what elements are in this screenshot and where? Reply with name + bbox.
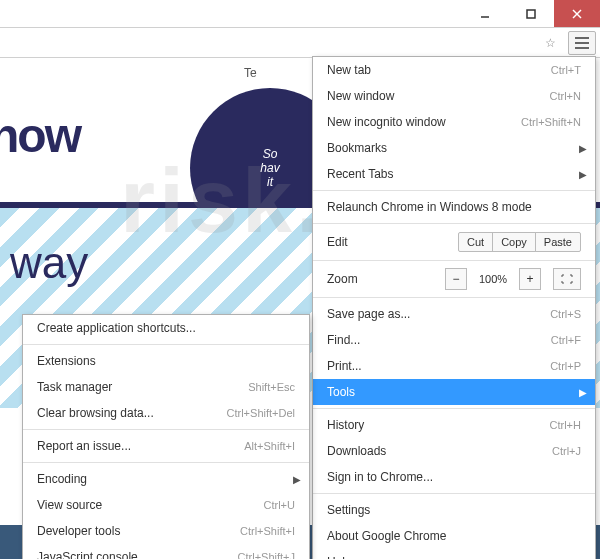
zoom-value: 100% — [473, 273, 513, 285]
menu-incognito[interactable]: New incognito windowCtrl+Shift+N — [313, 109, 595, 135]
submenu-devtools[interactable]: Developer toolsCtrl+Shift+I — [23, 518, 309, 544]
headline-text: way — [10, 238, 88, 288]
window-titlebar — [0, 0, 600, 28]
submenu-view-source[interactable]: View sourceCtrl+U — [23, 492, 309, 518]
paste-button[interactable]: Paste — [535, 232, 581, 252]
menu-separator — [313, 260, 595, 261]
menu-separator — [23, 344, 309, 345]
copy-button[interactable]: Copy — [492, 232, 536, 252]
svg-rect-1 — [527, 10, 535, 18]
menu-separator — [23, 462, 309, 463]
zoom-out-button[interactable]: − — [445, 268, 467, 290]
menu-separator — [23, 429, 309, 430]
menu-separator — [313, 297, 595, 298]
text-fragment: Te — [244, 66, 257, 80]
menu-settings[interactable]: Settings — [313, 497, 595, 523]
menu-new-tab[interactable]: New tabCtrl+T — [313, 57, 595, 83]
chevron-right-icon: ▶ — [579, 387, 587, 398]
submenu-task-manager[interactable]: Task managerShift+Esc — [23, 374, 309, 400]
chevron-right-icon: ▶ — [579, 143, 587, 154]
minimize-button[interactable] — [462, 0, 508, 27]
menu-separator — [313, 190, 595, 191]
logo-text: now — [0, 108, 80, 163]
tools-submenu: Create application shortcuts... Extensio… — [22, 314, 310, 559]
submenu-report-issue[interactable]: Report an issue...Alt+Shift+I — [23, 433, 309, 459]
menu-separator — [313, 408, 595, 409]
menu-new-window[interactable]: New windowCtrl+N — [313, 83, 595, 109]
bookmark-star-icon[interactable]: ☆ — [538, 31, 562, 55]
submenu-console[interactable]: JavaScript consoleCtrl+Shift+J — [23, 544, 309, 559]
zoom-in-button[interactable]: + — [519, 268, 541, 290]
menu-help[interactable]: Help — [313, 549, 595, 559]
submenu-clear-data[interactable]: Clear browsing data...Ctrl+Shift+Del — [23, 400, 309, 426]
chrome-main-menu: New tabCtrl+T New windowCtrl+N New incog… — [312, 56, 596, 559]
submenu-encoding[interactable]: Encoding▶ — [23, 466, 309, 492]
menu-zoom-row: Zoom − 100% + — [313, 264, 595, 294]
menu-recent-tabs[interactable]: Recent Tabs▶ — [313, 161, 595, 187]
submenu-create-shortcuts[interactable]: Create application shortcuts... — [23, 315, 309, 341]
submenu-extensions[interactable]: Extensions — [23, 348, 309, 374]
menu-about[interactable]: About Google Chrome — [313, 523, 595, 549]
menu-signin[interactable]: Sign in to Chrome... — [313, 464, 595, 490]
maximize-button[interactable] — [508, 0, 554, 27]
menu-history[interactable]: HistoryCtrl+H — [313, 412, 595, 438]
menu-separator — [313, 493, 595, 494]
cut-button[interactable]: Cut — [458, 232, 493, 252]
chevron-right-icon: ▶ — [293, 474, 301, 485]
menu-relaunch[interactable]: Relaunch Chrome in Windows 8 mode — [313, 194, 595, 220]
menu-bookmarks[interactable]: Bookmarks▶ — [313, 135, 595, 161]
menu-button[interactable] — [568, 31, 596, 55]
chevron-right-icon: ▶ — [579, 169, 587, 180]
menu-print[interactable]: Print...Ctrl+P — [313, 353, 595, 379]
menu-find[interactable]: Find...Ctrl+F — [313, 327, 595, 353]
fullscreen-button[interactable] — [553, 268, 581, 290]
menu-tools[interactable]: Tools▶ — [313, 379, 595, 405]
menu-downloads[interactable]: DownloadsCtrl+J — [313, 438, 595, 464]
address-bar: ☆ — [0, 28, 600, 58]
close-button[interactable] — [554, 0, 600, 27]
menu-edit-row: Edit Cut Copy Paste — [313, 227, 595, 257]
menu-separator — [313, 223, 595, 224]
menu-save-page[interactable]: Save page as...Ctrl+S — [313, 301, 595, 327]
